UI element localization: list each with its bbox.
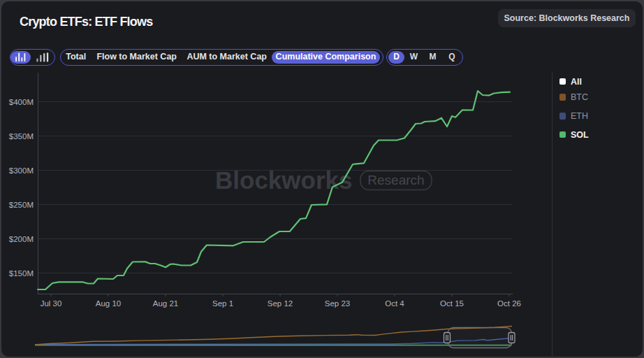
svg-text:Sep 12: Sep 12 <box>268 299 293 308</box>
svg-text:$150M: $150M <box>9 269 34 278</box>
svg-text:$250M: $250M <box>9 201 34 209</box>
svg-text:Oct 4: Oct 4 <box>385 299 404 308</box>
svg-text:$350M: $350M <box>9 132 34 141</box>
svg-text:Oct 15: Oct 15 <box>440 299 464 308</box>
svg-text:$300M: $300M <box>9 166 34 175</box>
svg-text:Jul 30: Jul 30 <box>41 299 62 308</box>
svg-text:$400M: $400M <box>9 98 34 106</box>
svg-text:Sep 23: Sep 23 <box>325 299 350 308</box>
svg-text:Research: Research <box>367 173 424 187</box>
svg-text:Aug 21: Aug 21 <box>153 299 178 308</box>
svg-text:$200M: $200M <box>9 235 34 243</box>
svg-text:Sep 1: Sep 1 <box>212 299 233 308</box>
svg-text:Aug 10: Aug 10 <box>96 299 121 308</box>
svg-text:Oct 26: Oct 26 <box>497 299 521 308</box>
